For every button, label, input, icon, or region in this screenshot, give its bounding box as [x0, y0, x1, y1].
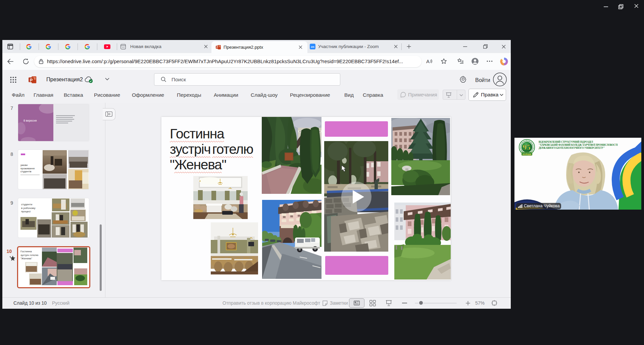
svg-text:P: P [30, 78, 33, 83]
svg-text:Р: Р [526, 140, 527, 141]
svg-text:Й: Й [532, 150, 533, 152]
svg-text:КОЛЕДЖ: КОЛЕДЖ [523, 153, 532, 155]
svg-text:95: 95 [523, 143, 531, 152]
svg-text:А: А [524, 140, 525, 142]
svg-text:zm: zm [311, 45, 314, 48]
svg-text:И: И [521, 151, 522, 152]
svg-text:A: A [426, 58, 430, 64]
svg-text:Ь: Ь [521, 148, 521, 149]
svg-text:P: P [216, 46, 218, 49]
